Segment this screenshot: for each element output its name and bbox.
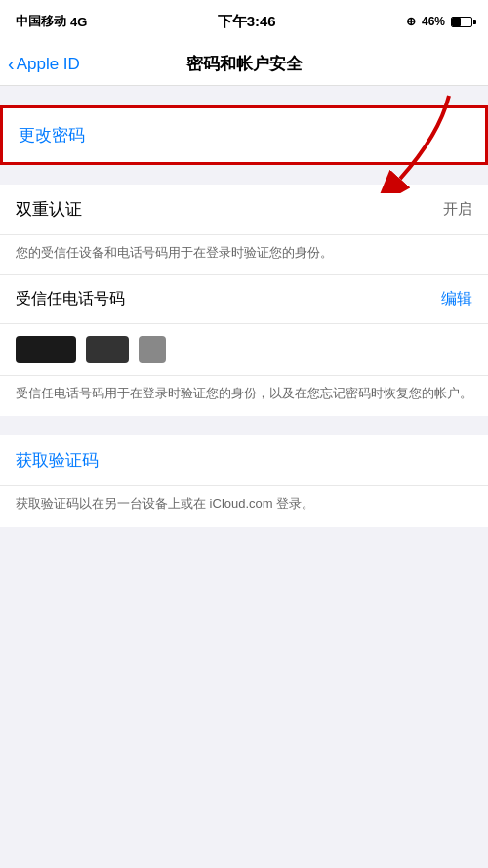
phone-thumb-3	[139, 336, 166, 363]
get-code-row[interactable]: 获取验证码	[0, 435, 488, 486]
two-factor-section: 双重认证 开启 您的受信任设备和电话号码用于在登录时验证您的身份。 受信任电话号…	[0, 185, 488, 416]
phone-thumbnails	[0, 323, 488, 375]
tfa-status: 开启	[443, 200, 472, 219]
change-password-row[interactable]: 更改密码	[0, 105, 488, 165]
trusted-phone-note: 受信任电话号码用于在登录时验证您的身份，以及在您忘记密码时恢复您的帐户。	[0, 375, 488, 417]
battery-percent: 46%	[422, 15, 445, 28]
status-left: 中国移动 4G	[16, 13, 87, 30]
trusted-phone-row: 受信任电话号码 编辑	[0, 275, 488, 323]
back-chevron-icon: ‹	[8, 54, 15, 73]
tfa-header-row: 双重认证 开启	[0, 185, 488, 235]
change-password-section: 更改密码	[0, 105, 488, 165]
phone-thumb-2	[86, 336, 129, 363]
page-title: 密码和帐户安全	[186, 53, 303, 75]
status-right: ⊕ 46%	[406, 15, 472, 28]
get-code-description: 获取验证码以在另一台设备上或在 iCloud.com 登录。	[0, 486, 488, 527]
trusted-phone-label: 受信任电话号码	[16, 289, 125, 310]
get-code-section: 获取验证码 获取验证码以在另一台设备上或在 iCloud.com 登录。	[0, 435, 488, 527]
change-password-label: 更改密码	[19, 124, 85, 146]
back-label: Apple ID	[17, 55, 80, 74]
edit-button[interactable]: 编辑	[441, 289, 472, 310]
back-button[interactable]: ‹ Apple ID	[8, 55, 80, 74]
network-type: 4G	[70, 15, 87, 29]
carrier-label: 中国移动	[16, 13, 66, 30]
nav-bar: ‹ Apple ID 密码和帐户安全	[0, 43, 488, 86]
get-code-label: 获取验证码	[16, 451, 99, 470]
tfa-title: 双重认证	[16, 198, 82, 221]
status-time: 下午3:46	[218, 13, 276, 31]
phone-thumb-1	[16, 336, 76, 363]
battery-icon	[451, 17, 472, 27]
status-bar: 中国移动 4G 下午3:46 ⊕ 46%	[0, 0, 488, 43]
content-area: 更改密码 双重认证 开启 您的受信任设备和电话号码用于在登录时验证您的身份。 受…	[0, 86, 488, 547]
location-icon: ⊕	[406, 15, 416, 28]
tfa-description: 您的受信任设备和电话号码用于在登录时验证您的身份。	[0, 235, 488, 275]
